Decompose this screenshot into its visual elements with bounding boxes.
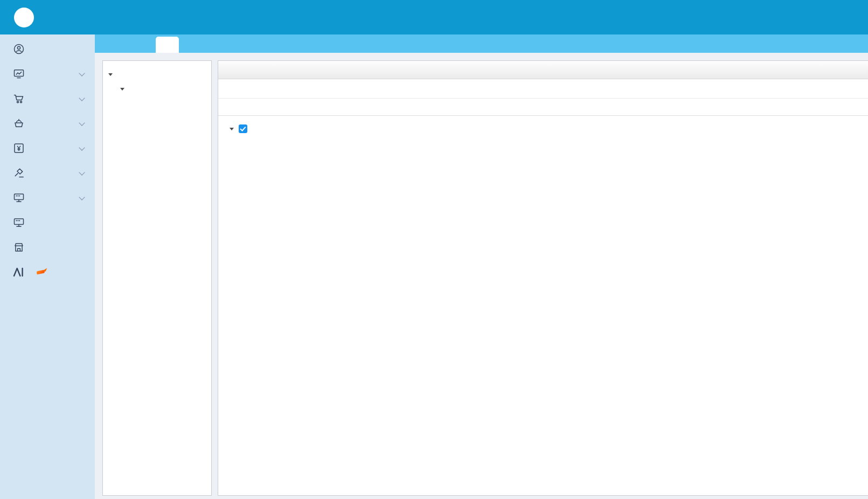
brand-title: [40, 17, 46, 18]
tree-node[interactable]: [103, 82, 211, 96]
new-badge: [37, 270, 45, 275]
top-bar: [0, 0, 868, 34]
ai-icon: [12, 266, 25, 279]
page-title: [218, 61, 868, 79]
tab-new-feature-alert[interactable]: [128, 34, 150, 53]
tab-strip: [95, 34, 868, 53]
chevron-down-icon: [79, 169, 85, 175]
content-area: [95, 53, 868, 499]
chevron-down-icon: [79, 95, 85, 101]
chevron-down-icon: [79, 144, 85, 150]
system-monitor-icon: [12, 217, 25, 229]
sidebar-item-system[interactable]: [0, 210, 95, 235]
sidebar-item-procurement[interactable]: [0, 86, 95, 111]
main-panel: [218, 60, 868, 496]
tree-node[interactable]: [103, 67, 211, 82]
tree-node[interactable]: [103, 111, 211, 126]
expand-all-checkbox[interactable]: [239, 124, 247, 133]
expand-collapse-row: [230, 122, 868, 135]
micro-shop-icon: [12, 241, 25, 254]
chevron-down-icon: [79, 70, 85, 76]
procurement-cart-icon: [12, 93, 25, 105]
permission-tabs: [218, 99, 868, 116]
fresh-scale-icon: [12, 117, 25, 130]
sidebar-item-ai-advisor[interactable]: [0, 260, 95, 285]
platform-monitor-icon: [12, 192, 25, 204]
app-logo: [14, 8, 34, 27]
sidebar-item-finance[interactable]: [0, 136, 95, 161]
chevron-down-icon: [79, 194, 85, 200]
sidebar-item-platform[interactable]: [0, 185, 95, 210]
sidebar-item-desktop[interactable]: [0, 37, 95, 61]
sidebar-item-fresh[interactable]: [0, 111, 95, 136]
tree-expand-arrow[interactable]: [108, 73, 113, 76]
tree-node[interactable]: [103, 126, 211, 140]
operations-chart-icon: [12, 68, 25, 80]
sidebar-nav: [0, 34, 95, 499]
role-tree-panel: [102, 60, 212, 496]
sidebar-item-micro-shop[interactable]: [0, 235, 95, 260]
sidebar-item-decision[interactable]: [0, 161, 95, 185]
tree-node[interactable]: [103, 140, 211, 155]
chevron-down-icon: [79, 120, 85, 126]
finance-yen-icon: [12, 142, 25, 155]
decision-gavel-icon: [12, 167, 25, 179]
open-tabs: [121, 34, 179, 53]
permission-tree: [218, 116, 868, 496]
desktop-user-icon: [12, 43, 25, 56]
tree-expand-arrow[interactable]: [120, 88, 124, 91]
tab-role-authorization[interactable]: [156, 37, 179, 53]
sidebar-item-operations[interactable]: [0, 61, 95, 86]
toolbar: [218, 79, 868, 99]
tree-node[interactable]: [103, 96, 211, 111]
expand-all-arrow[interactable]: [230, 128, 234, 130]
